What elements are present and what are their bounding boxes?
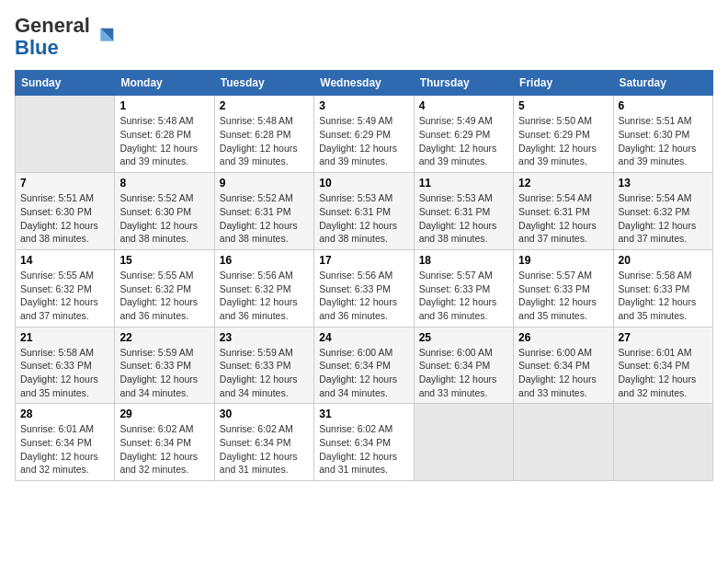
day-content: Sunrise: 5:59 AM Sunset: 6:33 PM Dayligh…: [220, 346, 309, 400]
day-cell: 6Sunrise: 5:51 AM Sunset: 6:30 PM Daylig…: [613, 96, 712, 173]
day-cell: 29Sunrise: 6:02 AM Sunset: 6:34 PM Dayli…: [115, 404, 214, 481]
week-row-2: 7Sunrise: 5:51 AM Sunset: 6:30 PM Daylig…: [16, 173, 713, 250]
day-cell: 12Sunrise: 5:54 AM Sunset: 6:31 PM Dayli…: [514, 173, 613, 250]
week-row-1: 1Sunrise: 5:48 AM Sunset: 6:28 PM Daylig…: [16, 96, 713, 173]
day-number: 26: [518, 331, 608, 344]
day-content: Sunrise: 5:56 AM Sunset: 6:33 PM Dayligh…: [319, 269, 408, 323]
day-content: Sunrise: 5:53 AM Sunset: 6:31 PM Dayligh…: [319, 191, 408, 246]
day-number: 14: [20, 254, 109, 267]
day-number: 6: [619, 99, 708, 112]
day-number: 21: [20, 331, 109, 344]
day-number: 11: [419, 177, 508, 190]
day-content: Sunrise: 6:00 AM Sunset: 6:34 PM Dayligh…: [419, 346, 508, 400]
day-content: Sunrise: 5:54 AM Sunset: 6:32 PM Dayligh…: [619, 191, 708, 246]
day-cell: 16Sunrise: 5:56 AM Sunset: 6:32 PM Dayli…: [214, 249, 313, 327]
day-content: Sunrise: 5:58 AM Sunset: 6:33 PM Dayligh…: [619, 269, 708, 323]
day-content: Sunrise: 6:01 AM Sunset: 6:34 PM Dayligh…: [619, 346, 708, 400]
day-cell: [514, 404, 613, 481]
day-number: 17: [319, 254, 408, 267]
day-cell: 27Sunrise: 6:01 AM Sunset: 6:34 PM Dayli…: [613, 327, 712, 404]
day-cell: 10Sunrise: 5:53 AM Sunset: 6:31 PM Dayli…: [314, 173, 414, 250]
day-cell: 23Sunrise: 5:59 AM Sunset: 6:33 PM Dayli…: [214, 327, 313, 404]
day-content: Sunrise: 5:57 AM Sunset: 6:33 PM Dayligh…: [419, 269, 508, 323]
logo-blue: Blue: [15, 36, 59, 59]
day-number: 4: [419, 99, 508, 112]
day-content: Sunrise: 5:48 AM Sunset: 6:28 PM Dayligh…: [220, 114, 309, 168]
day-cell: 15Sunrise: 5:55 AM Sunset: 6:32 PM Dayli…: [115, 249, 214, 327]
header-cell-saturday: Saturday: [613, 71, 712, 96]
day-cell: 31Sunrise: 6:02 AM Sunset: 6:34 PM Dayli…: [314, 404, 414, 481]
header-cell-sunday: Sunday: [16, 71, 115, 96]
day-number: 23: [220, 331, 309, 344]
day-number: 3: [319, 99, 408, 112]
day-cell: [613, 404, 712, 481]
day-content: Sunrise: 5:54 AM Sunset: 6:31 PM Dayligh…: [518, 191, 608, 246]
day-content: Sunrise: 5:51 AM Sunset: 6:30 PM Dayligh…: [20, 191, 109, 246]
logo-general: General: [15, 14, 90, 37]
day-content: Sunrise: 5:53 AM Sunset: 6:31 PM Dayligh…: [419, 191, 508, 246]
day-cell: 26Sunrise: 6:00 AM Sunset: 6:34 PM Dayli…: [514, 327, 613, 404]
day-content: Sunrise: 6:02 AM Sunset: 6:34 PM Dayligh…: [319, 422, 408, 477]
day-cell: [16, 96, 115, 173]
day-content: Sunrise: 5:49 AM Sunset: 6:29 PM Dayligh…: [419, 114, 508, 168]
day-content: Sunrise: 5:52 AM Sunset: 6:30 PM Dayligh…: [119, 191, 209, 246]
day-cell: 2Sunrise: 5:48 AM Sunset: 6:28 PM Daylig…: [214, 96, 313, 173]
day-number: 8: [119, 177, 209, 190]
day-number: 29: [119, 408, 209, 420]
day-number: 2: [220, 99, 309, 112]
day-cell: 8Sunrise: 5:52 AM Sunset: 6:30 PM Daylig…: [115, 173, 214, 250]
week-row-3: 14Sunrise: 5:55 AM Sunset: 6:32 PM Dayli…: [16, 249, 713, 327]
day-cell: 14Sunrise: 5:55 AM Sunset: 6:32 PM Dayli…: [16, 249, 115, 327]
header-row: SundayMondayTuesdayWednesdayThursdayFrid…: [16, 71, 713, 96]
day-number: 18: [419, 254, 508, 267]
day-number: 22: [119, 331, 209, 344]
day-number: 10: [319, 177, 408, 190]
day-cell: 9Sunrise: 5:52 AM Sunset: 6:31 PM Daylig…: [214, 173, 313, 250]
day-number: 27: [619, 331, 708, 344]
day-number: 7: [20, 177, 109, 190]
day-cell: 11Sunrise: 5:53 AM Sunset: 6:31 PM Dayli…: [414, 173, 513, 250]
day-content: Sunrise: 5:50 AM Sunset: 6:29 PM Dayligh…: [518, 114, 608, 168]
day-cell: [414, 404, 513, 481]
day-content: Sunrise: 5:59 AM Sunset: 6:33 PM Dayligh…: [119, 346, 209, 400]
header-cell-thursday: Thursday: [414, 71, 513, 96]
day-cell: 21Sunrise: 5:58 AM Sunset: 6:33 PM Dayli…: [16, 327, 115, 404]
day-number: 20: [619, 254, 708, 267]
day-content: Sunrise: 5:48 AM Sunset: 6:28 PM Dayligh…: [119, 114, 209, 168]
day-content: Sunrise: 6:01 AM Sunset: 6:34 PM Dayligh…: [20, 422, 109, 477]
day-cell: 5Sunrise: 5:50 AM Sunset: 6:29 PM Daylig…: [514, 96, 613, 173]
day-number: 13: [619, 177, 708, 190]
day-content: Sunrise: 5:57 AM Sunset: 6:33 PM Dayligh…: [518, 269, 608, 323]
day-number: 30: [220, 408, 309, 420]
day-content: Sunrise: 5:55 AM Sunset: 6:32 PM Dayligh…: [20, 269, 109, 323]
day-cell: 25Sunrise: 6:00 AM Sunset: 6:34 PM Dayli…: [414, 327, 513, 404]
header-cell-friday: Friday: [514, 71, 613, 96]
header-cell-monday: Monday: [115, 71, 214, 96]
day-number: 31: [319, 408, 408, 420]
page-header: General Blue: [15, 15, 713, 59]
day-cell: 7Sunrise: 5:51 AM Sunset: 6:30 PM Daylig…: [16, 173, 115, 250]
day-cell: 24Sunrise: 6:00 AM Sunset: 6:34 PM Dayli…: [314, 327, 414, 404]
day-cell: 18Sunrise: 5:57 AM Sunset: 6:33 PM Dayli…: [414, 249, 513, 327]
logo: General Blue: [15, 15, 118, 59]
day-content: Sunrise: 5:58 AM Sunset: 6:33 PM Dayligh…: [20, 346, 109, 400]
day-content: Sunrise: 5:49 AM Sunset: 6:29 PM Dayligh…: [319, 114, 408, 168]
day-content: Sunrise: 6:00 AM Sunset: 6:34 PM Dayligh…: [518, 346, 608, 400]
logo-icon: [92, 24, 118, 50]
day-number: 1: [119, 99, 209, 112]
day-number: 5: [518, 99, 608, 112]
day-content: Sunrise: 5:52 AM Sunset: 6:31 PM Dayligh…: [220, 191, 309, 246]
day-content: Sunrise: 6:00 AM Sunset: 6:34 PM Dayligh…: [319, 346, 408, 400]
day-cell: 17Sunrise: 5:56 AM Sunset: 6:33 PM Dayli…: [314, 249, 414, 327]
day-number: 15: [119, 254, 209, 267]
day-cell: 20Sunrise: 5:58 AM Sunset: 6:33 PM Dayli…: [613, 249, 712, 327]
day-cell: 22Sunrise: 5:59 AM Sunset: 6:33 PM Dayli…: [115, 327, 214, 404]
day-number: 25: [419, 331, 508, 344]
week-row-5: 28Sunrise: 6:01 AM Sunset: 6:34 PM Dayli…: [16, 404, 713, 481]
week-row-4: 21Sunrise: 5:58 AM Sunset: 6:33 PM Dayli…: [16, 327, 713, 404]
day-content: Sunrise: 6:02 AM Sunset: 6:34 PM Dayligh…: [119, 422, 209, 477]
day-cell: 1Sunrise: 5:48 AM Sunset: 6:28 PM Daylig…: [115, 96, 214, 173]
day-number: 24: [319, 331, 408, 344]
calendar-table: SundayMondayTuesdayWednesdayThursdayFrid…: [15, 70, 713, 481]
header-cell-wednesday: Wednesday: [314, 71, 414, 96]
